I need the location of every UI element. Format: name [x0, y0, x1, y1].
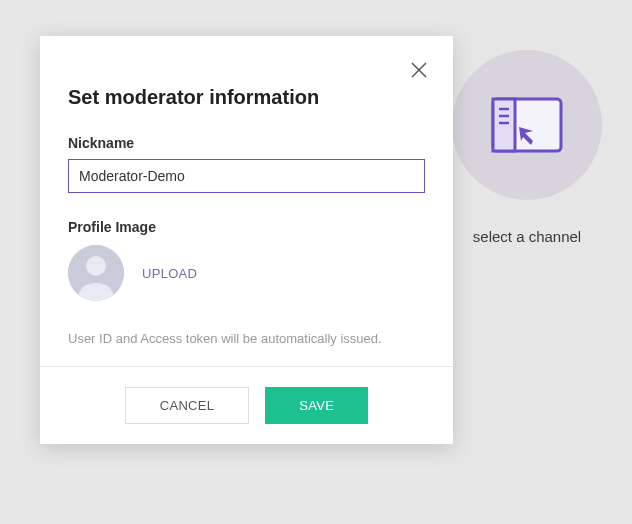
close-icon: [409, 60, 429, 80]
modal-title: Set moderator information: [68, 86, 425, 109]
profile-image-label: Profile Image: [68, 219, 425, 235]
close-button[interactable]: [407, 58, 431, 82]
svg-rect-1: [493, 99, 515, 151]
avatar-silhouette-icon: [68, 245, 124, 301]
channel-select-icon: [491, 97, 563, 153]
modal-footer: CANCEL SAVE: [40, 366, 453, 444]
cancel-button[interactable]: CANCEL: [125, 387, 250, 424]
profile-image-row: UPLOAD: [68, 245, 425, 301]
svg-point-8: [86, 256, 106, 276]
background-illustration-circle: [452, 50, 602, 200]
upload-button[interactable]: UPLOAD: [142, 266, 197, 281]
background-hint-text: select a channel: [473, 228, 581, 245]
issuance-hint: User ID and Access token will be automat…: [68, 331, 425, 346]
avatar-placeholder: [68, 245, 124, 301]
background-empty-state: select a channel: [452, 50, 602, 245]
save-button[interactable]: SAVE: [265, 387, 368, 424]
nickname-input[interactable]: [68, 159, 425, 193]
profile-image-section: Profile Image UPLOAD: [68, 219, 425, 301]
nickname-label: Nickname: [68, 135, 425, 151]
moderator-info-modal: Set moderator information Nickname Profi…: [40, 36, 453, 444]
modal-header: Set moderator information: [40, 36, 453, 109]
modal-body: Nickname Profile Image UPLOAD User ID an…: [40, 109, 453, 366]
